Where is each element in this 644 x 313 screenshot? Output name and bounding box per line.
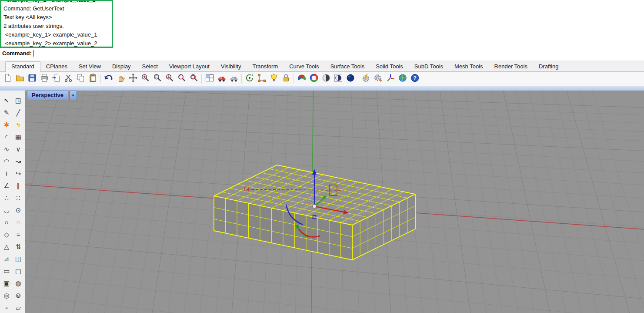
tool-curve-wave[interactable]: ≈ bbox=[13, 229, 24, 240]
script-tools-button[interactable] bbox=[360, 73, 372, 85]
viewport-layout-button[interactable] bbox=[204, 73, 215, 85]
tab-viewport-layout[interactable]: Viewport Layout bbox=[164, 62, 215, 71]
viewport-menu-dropdown[interactable]: ▼ bbox=[69, 91, 77, 100]
toolbar-separator bbox=[100, 74, 101, 84]
tab-render-tools[interactable]: Render Tools bbox=[489, 62, 533, 71]
tool-ellipse[interactable]: ○ bbox=[1, 217, 12, 228]
copy-button[interactable] bbox=[75, 73, 87, 85]
tool-polygon[interactable]: ◇ bbox=[1, 229, 12, 240]
new-file-button[interactable] bbox=[2, 73, 13, 85]
cplane-button[interactable] bbox=[256, 73, 267, 85]
tool-mesh-box[interactable]: ▫ bbox=[1, 302, 12, 313]
tool-surface-grid[interactable]: ▦ bbox=[13, 131, 24, 143]
tool-revolve[interactable]: ⇅ bbox=[13, 241, 24, 252]
rotate-view-button[interactable] bbox=[188, 73, 200, 85]
tab-cplanes[interactable]: CPlanes bbox=[40, 62, 73, 71]
tab-surface-tools[interactable]: Surface Tools bbox=[325, 62, 370, 71]
gumball-origin[interactable] bbox=[313, 205, 316, 208]
zoom-window-button[interactable] bbox=[151, 73, 163, 85]
tool-rounded-rectangle[interactable]: ▢ bbox=[13, 266, 24, 277]
tool-move-uvn[interactable]: ◳ bbox=[13, 95, 24, 106]
lock-icon bbox=[281, 73, 291, 84]
tool-line[interactable]: ╱ bbox=[13, 107, 24, 118]
tool-arc[interactable]: ◠ bbox=[1, 156, 12, 167]
command-prompt[interactable]: Command: bbox=[0, 48, 644, 58]
tool-pipe[interactable]: ⊚ bbox=[13, 290, 24, 301]
tool-curve-through[interactable]: ↝ bbox=[13, 156, 24, 167]
named-views-button[interactable] bbox=[244, 73, 255, 85]
tab-display[interactable]: Display bbox=[107, 62, 137, 71]
command-history-panel: <example_key_2> example_value_2Command: … bbox=[0, 0, 644, 48]
tool-arc-blend[interactable]: ◡ bbox=[1, 205, 12, 216]
command-history: <example_key_2> example_value_2Command: … bbox=[0, 0, 113, 48]
tab-visibility[interactable]: Visibility bbox=[215, 62, 247, 71]
tool-plane[interactable]: ▱ bbox=[13, 302, 24, 313]
tool-cone[interactable]: △ bbox=[1, 241, 12, 252]
import-file-button[interactable] bbox=[50, 73, 62, 85]
tab-solid-tools[interactable]: Solid Tools bbox=[370, 62, 409, 71]
print-button[interactable] bbox=[38, 73, 50, 85]
tool-offset[interactable]: ∥ bbox=[13, 180, 24, 192]
paste-button[interactable] bbox=[87, 73, 99, 85]
web-browser-button[interactable] bbox=[397, 73, 408, 85]
tool-curve-corner[interactable]: ◜ bbox=[1, 131, 12, 143]
render-button[interactable] bbox=[296, 73, 307, 85]
render-settings-button[interactable] bbox=[308, 73, 320, 85]
lock-objects-button[interactable] bbox=[280, 73, 292, 85]
tool-extend-curve[interactable]: ↪ bbox=[13, 168, 24, 179]
tool-snap-gear[interactable]: ✱ bbox=[1, 119, 12, 131]
zoom-button[interactable] bbox=[139, 73, 151, 85]
shaded-mode-button[interactable] bbox=[320, 73, 332, 85]
tool-cylinder[interactable]: ◫ bbox=[13, 253, 24, 265]
tool-sphere[interactable]: ◍ bbox=[13, 278, 24, 289]
pan-view-button[interactable] bbox=[115, 73, 127, 85]
gumball-y-scale-handle[interactable] bbox=[296, 225, 299, 228]
tool-points[interactable]: ∴ bbox=[1, 192, 12, 204]
ghosted-mode-button[interactable] bbox=[332, 73, 344, 85]
zoom-dynamic-button[interactable] bbox=[164, 73, 175, 85]
undo-button[interactable] bbox=[103, 73, 114, 85]
tool-circle-center[interactable]: ⊙ bbox=[13, 205, 24, 216]
tool-circle-dashed[interactable]: ◌ bbox=[13, 217, 24, 228]
help-button[interactable]: ? bbox=[409, 73, 420, 85]
tool-select[interactable]: ↖ bbox=[1, 95, 12, 106]
tool-sweep[interactable]: ⊿ bbox=[1, 253, 12, 265]
tab-subd-tools[interactable]: SubD Tools bbox=[409, 62, 449, 71]
tool-angle[interactable]: ∠ bbox=[1, 180, 12, 192]
viewport[interactable]: Perspective ▼ bbox=[25, 91, 644, 313]
options-button[interactable] bbox=[372, 73, 384, 85]
tool-spark[interactable]: ϟ bbox=[13, 119, 24, 131]
tool-freeform-curve[interactable]: ∿ bbox=[1, 144, 12, 155]
tool-edit-pen[interactable]: ✎ bbox=[1, 107, 12, 118]
toolbar-separator bbox=[241, 74, 242, 84]
tab-select[interactable]: Select bbox=[137, 62, 164, 71]
tab-transform[interactable]: Transform bbox=[247, 62, 284, 71]
move-button[interactable] bbox=[127, 73, 139, 85]
save-file-button[interactable] bbox=[26, 73, 38, 85]
tab-mesh-tools[interactable]: Mesh Tools bbox=[449, 62, 489, 71]
history-line-clipped: <example_key_2> example_value_2 bbox=[3, 0, 110, 4]
tab-curve-tools[interactable]: Curve Tools bbox=[284, 62, 324, 71]
orbit-dot-icon bbox=[245, 73, 254, 84]
tool-polyline[interactable]: ∨ bbox=[13, 144, 24, 155]
tool-curve-handle[interactable]: ≀ bbox=[1, 168, 12, 179]
tab-drafting[interactable]: Drafting bbox=[533, 62, 564, 71]
lights-button[interactable] bbox=[268, 73, 280, 85]
zoom-extents-button[interactable] bbox=[176, 73, 187, 85]
tool-point-grid[interactable]: ∷ bbox=[13, 192, 24, 204]
viewport-canvas[interactable] bbox=[25, 91, 644, 313]
tool-rectangle[interactable]: ▭ bbox=[1, 266, 12, 277]
tool-torus[interactable]: ◎ bbox=[1, 290, 12, 301]
shade-view-button[interactable] bbox=[216, 73, 227, 85]
cut-button[interactable] bbox=[63, 73, 74, 85]
tab-standard[interactable]: Standard bbox=[5, 61, 40, 72]
open-file-button[interactable] bbox=[14, 73, 26, 85]
rendered-mode-button[interactable] bbox=[344, 73, 356, 85]
svg-text:?: ? bbox=[413, 75, 417, 81]
gumball-toggle-button[interactable] bbox=[384, 73, 396, 85]
display-mode-button[interactable] bbox=[228, 73, 240, 85]
tab-set-view[interactable]: Set View bbox=[73, 62, 107, 71]
tool-box[interactable]: ▣ bbox=[1, 278, 12, 289]
render-wedge-icon bbox=[297, 73, 307, 84]
viewport-title[interactable]: Perspective bbox=[27, 91, 68, 100]
